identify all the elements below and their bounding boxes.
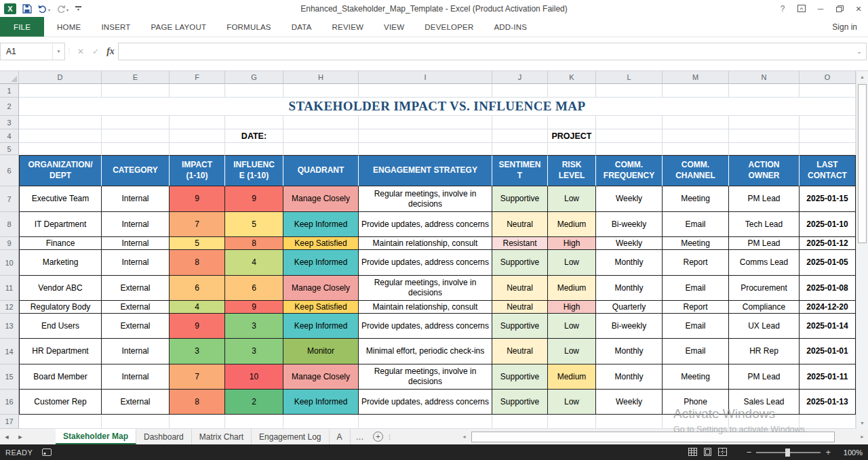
cell-N5[interactable] [729,143,800,155]
cell-H3[interactable] [283,116,359,129]
customize-qat-icon[interactable]: ▾ [75,6,82,12]
table-header-last_contact[interactable]: LAST CONTACT [800,155,856,186]
row-header-6[interactable]: 6 [0,155,19,186]
ribbon-tab-file[interactable]: FILE [0,17,44,37]
cell-D9-org[interactable]: Finance [19,237,102,250]
cell-L9-frequency[interactable]: Weekly [596,237,663,250]
row-header-13[interactable]: 13 [0,314,19,339]
cell-G8-influence[interactable]: 5 [225,212,283,237]
cell-F11-impact[interactable]: 6 [170,276,225,301]
cell-J9-sentiment[interactable]: Resistant [492,237,548,250]
cell-E7-category[interactable]: Internal [102,186,170,212]
ribbon-tab-review[interactable]: REVIEW [322,17,374,37]
cell-K14-risk[interactable]: Low [548,339,596,364]
cell-E9-category[interactable]: Internal [102,237,170,250]
cell-K16-risk[interactable]: Low [548,390,596,415]
cell-L14-frequency[interactable]: Monthly [596,339,663,364]
cell-O17[interactable] [800,415,856,429]
cell-K1[interactable] [548,84,596,98]
row-header-2[interactable]: 2 [0,98,19,116]
cell-D15-org[interactable]: Board Member [19,364,102,390]
cell-O10-last_contact[interactable]: 2025-01-05 [800,250,856,276]
cell-I13-strategy[interactable]: Provide updates, address concerns [359,314,492,339]
cell-N16-owner[interactable]: Sales Lead [729,390,800,415]
cell-F13-impact[interactable]: 9 [170,314,225,339]
cell-E12-category[interactable]: External [102,301,170,314]
cell-K13-risk[interactable]: Low [548,314,596,339]
cell-F7-impact[interactable]: 9 [170,186,225,212]
cell-I4[interactable] [359,129,492,143]
cell-J3[interactable] [492,116,548,129]
ribbon-tab-page-layout[interactable]: PAGE LAYOUT [141,17,217,37]
table-header-influence[interactable]: INFLUENC E (1-10) [225,155,283,186]
cell-N8-owner[interactable]: Tech Lead [729,212,800,237]
date-label-cell[interactable]: DATE: [225,129,283,143]
ribbon-tab-insert[interactable]: INSERT [91,17,140,37]
sheet-tab-matrix-chart[interactable]: Matrix Chart [192,429,252,444]
cell-M14-channel[interactable]: Email [663,339,729,364]
sheet-tab-a[interactable]: A [330,429,351,444]
redo-button[interactable]: ▾ [56,5,68,13]
cell-E14-category[interactable]: Internal [102,339,170,364]
column-header-M[interactable]: M [663,71,729,84]
table-header-channel[interactable]: COMM. CHANNEL [663,155,729,186]
cell-F9-impact[interactable]: 5 [170,237,225,250]
close-button[interactable]: × [849,0,868,17]
cell-J13-sentiment[interactable]: Supportive [492,314,548,339]
cell-D7-org[interactable]: Executive Team [19,186,102,212]
column-header-G[interactable]: G [225,71,283,84]
cell-D14-org[interactable]: HR Department [19,339,102,364]
row-header-11[interactable]: 11 [0,276,19,301]
cell-D12-org[interactable]: Regulatory Body [19,301,102,314]
cell-H14-quadrant[interactable]: Monitor [283,339,359,364]
normal-view-icon[interactable] [688,448,697,457]
cell-O14-last_contact[interactable]: 2025-01-01 [800,339,856,364]
cell-E4[interactable] [102,129,170,143]
cell-E5[interactable] [102,143,170,155]
cell-E3[interactable] [102,116,170,129]
cell-L4[interactable] [596,129,663,143]
table-header-risk[interactable]: RISK LEVEL [548,155,596,186]
cell-G12-influence[interactable]: 9 [225,301,283,314]
vertical-scrollbar[interactable]: ▲ ▼ [856,71,868,429]
cell-L10-frequency[interactable]: Monthly [596,250,663,276]
cell-I15-strategy[interactable]: Regular meetings, involve in decisions [359,364,492,390]
cell-K11-risk[interactable]: Medium [548,276,596,301]
table-header-category[interactable]: CATEGORY [102,155,170,186]
cell-E10-category[interactable]: Internal [102,250,170,276]
cell-I11-strategy[interactable]: Regular meetings, involve in decisions [359,276,492,301]
row-header-7[interactable]: 7 [0,186,19,212]
column-header-O[interactable]: O [800,71,856,84]
cell-J15-sentiment[interactable]: Supportive [492,364,548,390]
cell-F4[interactable] [170,129,225,143]
cell-K10-risk[interactable]: Low [548,250,596,276]
tab-scrollbar-splitter[interactable]: ⋮ [387,429,393,444]
cell-K15-risk[interactable]: Medium [548,364,596,390]
cell-D11-org[interactable]: Vendor ABC [19,276,102,301]
cell-F10-impact[interactable]: 8 [170,250,225,276]
cell-N11-owner[interactable]: Procurement [729,276,800,301]
cell-K12-risk[interactable]: High [548,301,596,314]
save-button[interactable] [22,4,32,14]
ribbon-tab-view[interactable]: VIEW [374,17,414,37]
cell-O9-last_contact[interactable]: 2025-01-12 [800,237,856,250]
cell-F12-impact[interactable]: 4 [170,301,225,314]
cell-L3[interactable] [596,116,663,129]
cell-I7-strategy[interactable]: Regular meetings, involve in decisions [359,186,492,212]
table-header-impact[interactable]: IMPACT (1-10) [170,155,225,186]
cell-O12-last_contact[interactable]: 2024-12-20 [800,301,856,314]
zoom-percentage[interactable]: 100% [838,448,863,457]
cell-O7-last_contact[interactable]: 2025-01-15 [800,186,856,212]
cell-M13-channel[interactable]: Email [663,314,729,339]
new-sheet-button[interactable]: + [370,429,387,444]
cell-G9-influence[interactable]: 8 [225,237,283,250]
help-icon[interactable]: ? [773,0,792,17]
ribbon-tab-data[interactable]: DATA [281,17,322,37]
cell-M17[interactable] [663,415,729,429]
column-header-H[interactable]: H [283,71,359,84]
ribbon-tab-formulas[interactable]: FORMULAS [216,17,281,37]
minimize-button[interactable]: ─ [811,0,830,17]
row-header-9[interactable]: 9 [0,237,19,250]
cell-O15-last_contact[interactable]: 2025-01-11 [800,364,856,390]
cell-F17[interactable] [170,415,225,429]
